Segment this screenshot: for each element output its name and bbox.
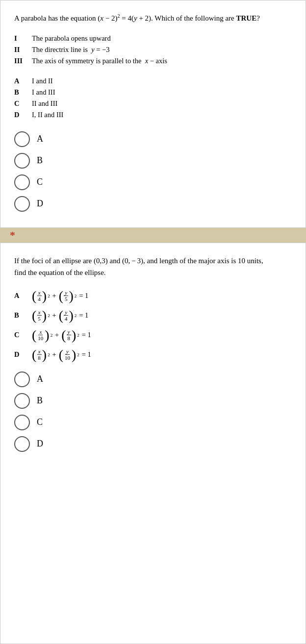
q2-radio-B[interactable]: B: [14, 393, 292, 409]
question-2-card: If the foci of an ellipse are (0,3) and …: [0, 243, 306, 644]
q2-choice-formula-B: ( x 5 ) 2 + ( y 4: [32, 306, 292, 325]
stmt-text-I: The parabola opens upward: [32, 33, 292, 44]
q2-radio-D[interactable]: D: [14, 436, 292, 452]
q2-choice-label-C: C: [14, 325, 32, 345]
q1-radio-D[interactable]: D: [14, 196, 292, 212]
q1-radio-circle-B[interactable]: [14, 153, 30, 169]
q1-choices-table: A I and II B I and III C II and III D I,…: [14, 75, 292, 121]
q1-radio-group: A B C D: [14, 131, 292, 212]
choice-label-B: B: [14, 87, 32, 98]
q2-choice-B: B ( x 5 ) 2 + (: [14, 306, 292, 325]
q1-radio-circle-C[interactable]: [14, 174, 30, 190]
q2-choice-label-A: A: [14, 286, 32, 306]
q2-radio-circle-D[interactable]: [14, 436, 30, 452]
frac-A-2: ( y 5 ): [59, 289, 74, 303]
choice-text-A: I and II: [32, 75, 292, 87]
choice-label-D: D: [14, 109, 32, 121]
q2-radio-A[interactable]: A: [14, 372, 292, 387]
frac-B-1: ( x 5 ): [32, 309, 47, 322]
formula-C: ( x 10 ) 2 + ( y 8: [32, 328, 91, 342]
q2-choice-formula-A: ( x 4 ) 2 + ( y 5: [32, 286, 292, 306]
choice-label-A: A: [14, 75, 32, 87]
formula-B: ( x 5 ) 2 + ( y 4: [32, 309, 88, 322]
q1-choice-B: B I and III: [14, 87, 292, 98]
q1-radio-C[interactable]: C: [14, 174, 292, 190]
q1-choice-A: A I and II: [14, 75, 292, 87]
q1-question-text: A parabola has the equation (x − 2)2 = 4…: [14, 12, 292, 24]
q2-radio-circle-A[interactable]: [14, 372, 30, 387]
q2-question-text: If the foci of an ellipse are (0,3) and …: [14, 255, 292, 278]
q1-radio-label-A: A: [37, 134, 43, 144]
q1-choice-C: C II and III: [14, 98, 292, 109]
q1-radio-label-C: C: [37, 177, 43, 187]
choice-text-B: I and III: [32, 87, 292, 98]
stmt-num-II: II: [14, 44, 32, 55]
statement-I: I The parabola opens upward: [14, 33, 292, 44]
stmt-num-I: I: [14, 33, 32, 44]
q2-radio-group: A B C D: [14, 372, 292, 452]
q1-radio-label-D: D: [37, 198, 43, 209]
formula-A: ( x 4 ) 2 + ( y 5: [32, 289, 88, 303]
q2-radio-circle-C[interactable]: [14, 415, 30, 430]
q1-radio-B[interactable]: B: [14, 153, 292, 169]
asterisk-marker: *: [10, 229, 15, 242]
q2-choices-table: A ( x 4 ) 2 + (: [14, 286, 292, 365]
q1-statements: I The parabola opens upward II The direc…: [14, 33, 292, 67]
frac-C-2: ( y 8 ): [61, 328, 76, 342]
q2-choice-A: A ( x 4 ) 2 + (: [14, 286, 292, 306]
stmt-num-III: III: [14, 55, 32, 67]
q1-radio-circle-A[interactable]: [14, 131, 30, 147]
q2-radio-circle-B[interactable]: [14, 393, 30, 409]
q1-choice-D: D I, II and III: [14, 109, 292, 121]
q1-radio-A[interactable]: A: [14, 131, 292, 147]
stmt-text-III: The axis of symmetry is parallel to the …: [32, 55, 292, 67]
statement-III: III The axis of symmetry is parallel to …: [14, 55, 292, 67]
q2-choice-D: D ( x 8 ) 2 + (: [14, 345, 292, 365]
question-1-card: A parabola has the equation (x − 2)2 = 4…: [0, 0, 306, 228]
frac-D-2: ( y 10 ): [59, 348, 76, 362]
statement-II: II The directrix line is y = −3: [14, 44, 292, 55]
q2-radio-label-D: D: [37, 439, 43, 449]
q1-radio-label-B: B: [37, 155, 43, 166]
frac-B-2: ( y 4 ): [59, 309, 74, 322]
q2-choice-label-D: D: [14, 345, 32, 365]
q2-choice-C: C ( x 10 ) 2 + (: [14, 325, 292, 345]
frac-A-1: ( x 4 ): [32, 289, 47, 303]
choice-label-C: C: [14, 98, 32, 109]
frac-C-1: ( x 10 ): [32, 328, 50, 342]
choice-text-D: I, II and III: [32, 109, 292, 121]
q2-choice-formula-C: ( x 10 ) 2 + ( y 8: [32, 325, 292, 345]
q1-radio-circle-D[interactable]: [14, 196, 30, 212]
q2-radio-label-C: C: [37, 417, 43, 427]
q2-radio-label-B: B: [37, 396, 43, 406]
q2-radio-C[interactable]: C: [14, 415, 292, 430]
choice-text-C: II and III: [32, 98, 292, 109]
q2-radio-label-A: A: [37, 374, 43, 384]
stmt-text-II: The directrix line is y = −3: [32, 44, 292, 55]
section-divider: *: [0, 228, 306, 243]
formula-D: ( x 8 ) 2 + ( y 10: [32, 348, 91, 362]
q2-choice-label-B: B: [14, 306, 32, 325]
q2-choice-formula-D: ( x 8 ) 2 + ( y 10: [32, 345, 292, 365]
frac-D-1: ( x 8 ): [32, 348, 47, 362]
